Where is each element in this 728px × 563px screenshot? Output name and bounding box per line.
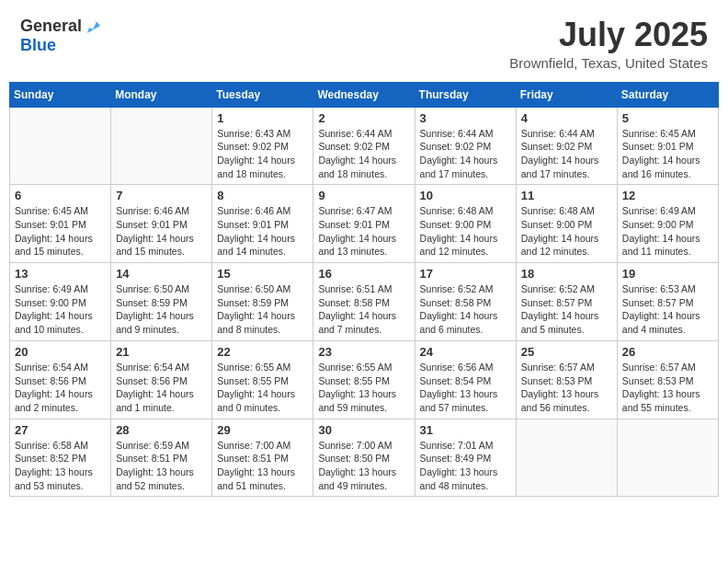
day-info: Sunrise: 6:45 AM Sunset: 9:01 PM Dayligh…	[622, 127, 713, 181]
weekday-header: Saturday	[617, 82, 718, 107]
calendar-week-row: 20Sunrise: 6:54 AM Sunset: 8:56 PM Dayli…	[10, 340, 719, 419]
calendar-cell: 3Sunrise: 6:44 AM Sunset: 9:02 PM Daylig…	[415, 107, 516, 185]
calendar-cell: 30Sunrise: 7:00 AM Sunset: 8:50 PM Dayli…	[313, 419, 415, 497]
weekday-header: Sunday	[10, 82, 111, 107]
svg-marker-0	[87, 22, 100, 33]
calendar-cell	[111, 107, 212, 185]
calendar-cell: 9Sunrise: 6:47 AM Sunset: 9:01 PM Daylig…	[313, 185, 415, 263]
day-info: Sunrise: 6:52 AM Sunset: 8:57 PM Dayligh…	[521, 282, 612, 337]
day-number: 24	[420, 345, 511, 359]
day-info: Sunrise: 6:49 AM Sunset: 9:00 PM Dayligh…	[622, 204, 713, 259]
day-info: Sunrise: 7:01 AM Sunset: 8:49 PM Dayligh…	[420, 439, 511, 493]
day-number: 21	[116, 345, 207, 359]
day-number: 15	[217, 267, 308, 281]
calendar-cell: 18Sunrise: 6:52 AM Sunset: 8:57 PM Dayli…	[516, 263, 617, 341]
calendar-cell: 1Sunrise: 6:43 AM Sunset: 9:02 PM Daylig…	[212, 107, 313, 185]
calendar-cell: 11Sunrise: 6:48 AM Sunset: 9:00 PM Dayli…	[516, 185, 617, 263]
day-number: 8	[217, 189, 308, 202]
day-info: Sunrise: 6:59 AM Sunset: 8:51 PM Dayligh…	[116, 439, 207, 493]
day-info: Sunrise: 6:48 AM Sunset: 9:00 PM Dayligh…	[420, 204, 511, 259]
day-info: Sunrise: 6:46 AM Sunset: 9:01 PM Dayligh…	[217, 204, 308, 259]
calendar-cell	[617, 419, 718, 497]
calendar-week-row: 6Sunrise: 6:45 AM Sunset: 9:01 PM Daylig…	[10, 185, 719, 263]
day-number: 26	[622, 345, 713, 359]
day-number: 3	[420, 111, 511, 125]
day-number: 29	[217, 423, 308, 437]
weekday-header-row: SundayMondayTuesdayWednesdayThursdayFrid…	[10, 82, 719, 107]
day-number: 18	[521, 267, 612, 281]
day-info: Sunrise: 6:58 AM Sunset: 8:52 PM Dayligh…	[15, 439, 106, 493]
day-number: 14	[116, 267, 207, 281]
day-info: Sunrise: 6:49 AM Sunset: 9:00 PM Dayligh…	[15, 282, 106, 337]
day-number: 16	[318, 267, 409, 281]
day-number: 13	[15, 267, 106, 281]
calendar-week-row: 27Sunrise: 6:58 AM Sunset: 8:52 PM Dayli…	[10, 419, 719, 497]
day-info: Sunrise: 6:44 AM Sunset: 9:02 PM Dayligh…	[521, 127, 612, 181]
header: General Blue July 2025 Brownfield, Texas…	[9, 9, 719, 75]
day-info: Sunrise: 6:57 AM Sunset: 8:53 PM Dayligh…	[521, 361, 612, 415]
calendar-cell: 28Sunrise: 6:59 AM Sunset: 8:51 PM Dayli…	[111, 419, 212, 497]
weekday-header: Wednesday	[313, 82, 415, 107]
day-info: Sunrise: 7:00 AM Sunset: 8:51 PM Dayligh…	[217, 439, 308, 493]
day-number: 19	[622, 267, 713, 281]
day-number: 9	[318, 189, 409, 202]
day-info: Sunrise: 6:57 AM Sunset: 8:53 PM Dayligh…	[622, 361, 713, 415]
calendar-table: SundayMondayTuesdayWednesdayThursdayFrid…	[9, 82, 719, 498]
calendar-cell: 6Sunrise: 6:45 AM Sunset: 9:01 PM Daylig…	[10, 185, 111, 263]
day-info: Sunrise: 6:51 AM Sunset: 8:58 PM Dayligh…	[318, 282, 409, 337]
day-info: Sunrise: 6:54 AM Sunset: 8:56 PM Dayligh…	[15, 361, 106, 415]
calendar-cell: 27Sunrise: 6:58 AM Sunset: 8:52 PM Dayli…	[10, 419, 111, 497]
calendar-cell: 29Sunrise: 7:00 AM Sunset: 8:51 PM Dayli…	[212, 419, 313, 497]
calendar-cell: 15Sunrise: 6:50 AM Sunset: 8:59 PM Dayli…	[212, 263, 313, 341]
calendar-cell: 7Sunrise: 6:46 AM Sunset: 9:01 PM Daylig…	[111, 185, 212, 263]
day-number: 20	[15, 345, 106, 359]
day-info: Sunrise: 6:48 AM Sunset: 9:00 PM Dayligh…	[521, 204, 612, 259]
day-info: Sunrise: 6:45 AM Sunset: 9:01 PM Dayligh…	[15, 204, 106, 259]
day-number: 25	[521, 345, 612, 359]
calendar-cell: 5Sunrise: 6:45 AM Sunset: 9:01 PM Daylig…	[617, 107, 718, 185]
day-number: 28	[116, 423, 207, 437]
day-number: 12	[622, 189, 713, 202]
calendar-cell: 2Sunrise: 6:44 AM Sunset: 9:02 PM Daylig…	[313, 107, 415, 185]
day-info: Sunrise: 6:46 AM Sunset: 9:01 PM Dayligh…	[116, 204, 207, 259]
logo-general: General	[20, 17, 82, 36]
day-number: 30	[318, 423, 409, 437]
day-info: Sunrise: 6:52 AM Sunset: 8:58 PM Dayligh…	[420, 282, 511, 337]
calendar-cell: 4Sunrise: 6:44 AM Sunset: 9:02 PM Daylig…	[516, 107, 617, 185]
day-number: 27	[15, 423, 106, 437]
day-number: 7	[116, 189, 207, 202]
title-block: July 2025 Brownfield, Texas, United Stat…	[509, 17, 708, 71]
calendar-cell: 26Sunrise: 6:57 AM Sunset: 8:53 PM Dayli…	[617, 340, 718, 419]
weekday-header: Tuesday	[212, 82, 313, 107]
day-number: 1	[217, 111, 308, 125]
logo: General Blue	[20, 17, 104, 55]
calendar-cell: 20Sunrise: 6:54 AM Sunset: 8:56 PM Dayli…	[10, 340, 111, 419]
logo-icon	[84, 17, 104, 37]
day-number: 31	[420, 423, 511, 437]
calendar-cell: 16Sunrise: 6:51 AM Sunset: 8:58 PM Dayli…	[313, 263, 415, 341]
day-info: Sunrise: 6:55 AM Sunset: 8:55 PM Dayligh…	[217, 361, 308, 415]
calendar-cell: 17Sunrise: 6:52 AM Sunset: 8:58 PM Dayli…	[415, 263, 516, 341]
calendar-cell: 14Sunrise: 6:50 AM Sunset: 8:59 PM Dayli…	[111, 263, 212, 341]
calendar-cell	[516, 419, 617, 497]
calendar-cell: 24Sunrise: 6:56 AM Sunset: 8:54 PM Dayli…	[415, 340, 516, 419]
calendar-cell: 31Sunrise: 7:01 AM Sunset: 8:49 PM Dayli…	[415, 419, 516, 497]
day-number: 10	[420, 189, 511, 202]
day-number: 17	[420, 267, 511, 281]
day-number: 22	[217, 345, 308, 359]
calendar-week-row: 1Sunrise: 6:43 AM Sunset: 9:02 PM Daylig…	[10, 107, 719, 185]
day-number: 11	[521, 189, 612, 202]
calendar-cell: 21Sunrise: 6:54 AM Sunset: 8:56 PM Dayli…	[111, 340, 212, 419]
weekday-header: Thursday	[415, 82, 516, 107]
day-number: 6	[15, 189, 106, 202]
day-info: Sunrise: 6:50 AM Sunset: 8:59 PM Dayligh…	[217, 282, 308, 337]
calendar-cell: 22Sunrise: 6:55 AM Sunset: 8:55 PM Dayli…	[212, 340, 313, 419]
calendar-cell: 25Sunrise: 6:57 AM Sunset: 8:53 PM Dayli…	[516, 340, 617, 419]
day-info: Sunrise: 6:43 AM Sunset: 9:02 PM Dayligh…	[217, 127, 308, 181]
calendar-cell: 13Sunrise: 6:49 AM Sunset: 9:00 PM Dayli…	[10, 263, 111, 341]
calendar-title: July 2025	[509, 17, 708, 53]
day-info: Sunrise: 6:53 AM Sunset: 8:57 PM Dayligh…	[622, 282, 713, 337]
weekday-header: Monday	[111, 82, 212, 107]
calendar-cell: 19Sunrise: 6:53 AM Sunset: 8:57 PM Dayli…	[617, 263, 718, 341]
logo-blue: Blue	[20, 37, 56, 55]
